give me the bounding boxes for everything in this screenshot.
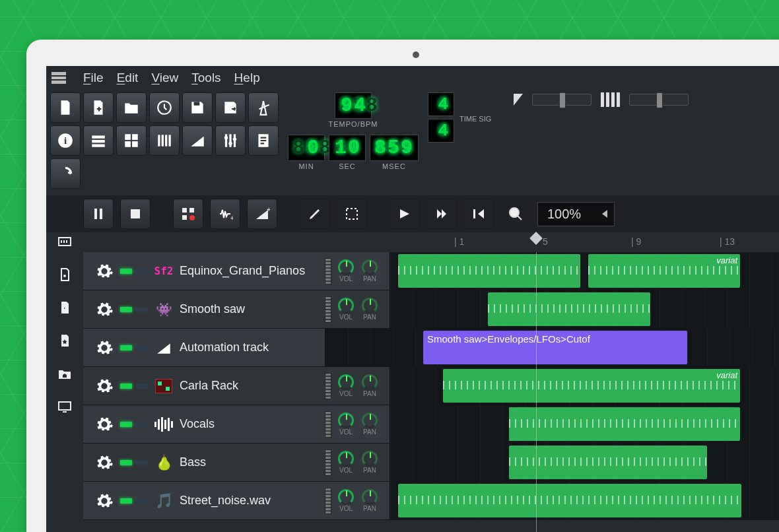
pan-knob[interactable]: PAN bbox=[362, 374, 378, 397]
track-lane[interactable] bbox=[390, 444, 779, 481]
menu-file[interactable]: File bbox=[77, 68, 110, 88]
track-settings-icon[interactable] bbox=[95, 415, 114, 434]
track-lane[interactable]: variat bbox=[390, 252, 779, 290]
track-name[interactable]: Automation track bbox=[180, 341, 318, 354]
mute-led[interactable] bbox=[120, 269, 132, 274]
select-mode-button[interactable] bbox=[337, 199, 367, 229]
timeline-ruler[interactable]: | 15| 9| 13 bbox=[437, 232, 779, 252]
volume-knob[interactable]: VOL bbox=[338, 298, 354, 321]
volume-knob[interactable]: VOL bbox=[338, 374, 354, 397]
pan-knob[interactable]: PAN bbox=[362, 259, 378, 283]
solo-led[interactable] bbox=[136, 422, 148, 427]
track-settings-icon[interactable] bbox=[95, 453, 114, 472]
controller-rack-button[interactable] bbox=[50, 158, 81, 189]
master-pitch-slider[interactable] bbox=[629, 94, 689, 106]
track-name[interactable]: Vocals bbox=[180, 417, 318, 431]
track-name[interactable]: Equinox_Grand_Pianos bbox=[180, 264, 318, 278]
mute-led[interactable] bbox=[120, 383, 132, 389]
pan-knob[interactable]: PAN bbox=[362, 298, 378, 321]
solo-led[interactable] bbox=[136, 269, 148, 274]
mute-led[interactable] bbox=[120, 345, 132, 350]
track-lane[interactable]: variat bbox=[390, 367, 779, 405]
pan-knob[interactable]: PAN bbox=[362, 451, 378, 474]
solo-led[interactable] bbox=[136, 345, 148, 350]
volume-knob[interactable]: VOL bbox=[338, 259, 354, 283]
export-button[interactable] bbox=[215, 92, 246, 123]
clip[interactable]: variat bbox=[588, 254, 740, 288]
track-lane[interactable]: Smooth saw>Envelopes/LFOs>Cutof bbox=[325, 329, 779, 366]
save-button[interactable] bbox=[182, 92, 213, 123]
add-sample-track-button[interactable]: + bbox=[210, 199, 240, 229]
time-signature[interactable]: 84 84 bbox=[428, 92, 454, 143]
mute-led[interactable] bbox=[120, 307, 132, 312]
track-settings-icon[interactable] bbox=[95, 339, 114, 357]
track-settings-icon[interactable] bbox=[95, 492, 114, 510]
track-lane[interactable] bbox=[390, 405, 779, 443]
track-settings-icon[interactable] bbox=[95, 377, 114, 395]
record-pattern-button[interactable] bbox=[173, 199, 203, 229]
clip[interactable] bbox=[398, 484, 741, 517]
home-tab-icon[interactable] bbox=[57, 366, 73, 382]
mute-led[interactable] bbox=[120, 422, 132, 427]
skip-end-button[interactable] bbox=[426, 199, 457, 229]
info-button[interactable]: i bbox=[50, 125, 81, 156]
song-editor-button[interactable] bbox=[83, 125, 114, 156]
bb-editor-button[interactable] bbox=[116, 125, 147, 156]
clip[interactable]: Smooth saw>Envelopes/LFOs>Cutof bbox=[423, 331, 687, 364]
time-display[interactable]: 8880MIN 8810SEC 888859MSEC bbox=[288, 135, 419, 170]
volume-knob[interactable]: VOL bbox=[338, 489, 354, 512]
menu-view[interactable]: View bbox=[145, 68, 185, 88]
recent-files-button[interactable] bbox=[149, 92, 180, 123]
volume-knob[interactable]: VOL bbox=[338, 413, 354, 436]
pan-knob[interactable]: PAN bbox=[362, 489, 378, 512]
solo-led[interactable] bbox=[136, 460, 148, 465]
clip[interactable] bbox=[509, 407, 740, 441]
clip[interactable] bbox=[398, 254, 580, 288]
piano-roll-button[interactable] bbox=[149, 125, 180, 156]
clip[interactable] bbox=[509, 446, 707, 479]
zoom-icon[interactable] bbox=[500, 199, 531, 229]
track-lane[interactable] bbox=[390, 482, 779, 519]
clip[interactable]: variat bbox=[443, 369, 740, 403]
automation-editor-button[interactable] bbox=[182, 125, 213, 156]
my-files-tab-icon[interactable] bbox=[57, 300, 73, 316]
presets-tab-icon[interactable] bbox=[57, 333, 73, 349]
mute-led[interactable] bbox=[120, 460, 132, 465]
volume-knob[interactable]: VOL bbox=[338, 451, 354, 474]
forward-button[interactable] bbox=[390, 199, 420, 229]
track-name[interactable]: Smooth saw bbox=[180, 302, 318, 316]
zoom-field[interactable]: 100% bbox=[537, 202, 615, 226]
track-settings-icon[interactable] bbox=[95, 300, 114, 319]
pause-button[interactable] bbox=[83, 199, 114, 229]
solo-led[interactable] bbox=[136, 307, 148, 312]
stop-button[interactable] bbox=[120, 199, 151, 229]
track-name[interactable]: Carla Rack bbox=[180, 379, 318, 393]
mute-led[interactable] bbox=[120, 498, 132, 504]
samples-tab-icon[interactable] bbox=[57, 267, 73, 283]
project-notes-button[interactable] bbox=[248, 125, 279, 156]
track-lane[interactable] bbox=[390, 290, 779, 328]
instruments-tab-icon[interactable] bbox=[57, 234, 73, 249]
add-automation-track-button[interactable]: + bbox=[247, 199, 277, 229]
new-file-button[interactable] bbox=[50, 92, 81, 123]
solo-led[interactable] bbox=[136, 498, 148, 504]
computer-tab-icon[interactable] bbox=[57, 399, 73, 415]
master-volume-slider[interactable] bbox=[532, 94, 592, 106]
menu-edit[interactable]: Edit bbox=[110, 68, 145, 88]
new-from-template-button[interactable] bbox=[83, 92, 114, 123]
menu-tools[interactable]: Tools bbox=[185, 68, 227, 88]
track-name[interactable]: Street_noise.wav bbox=[180, 494, 318, 508]
solo-led[interactable] bbox=[136, 383, 148, 389]
metronome-button[interactable] bbox=[248, 92, 279, 123]
playhead-marker[interactable] bbox=[529, 232, 543, 245]
menu-help[interactable]: Help bbox=[228, 68, 267, 88]
track-name[interactable]: Bass bbox=[180, 455, 318, 469]
tempo-display[interactable]: 88894 TEMPO/BPM bbox=[288, 92, 419, 128]
pan-knob[interactable]: PAN bbox=[362, 413, 378, 436]
clip[interactable] bbox=[488, 292, 650, 326]
track-settings-icon[interactable] bbox=[95, 262, 114, 281]
open-file-button[interactable] bbox=[116, 92, 147, 123]
skip-start-button[interactable] bbox=[463, 199, 494, 229]
fx-mixer-button[interactable] bbox=[215, 125, 246, 156]
draw-mode-button[interactable] bbox=[300, 199, 330, 229]
